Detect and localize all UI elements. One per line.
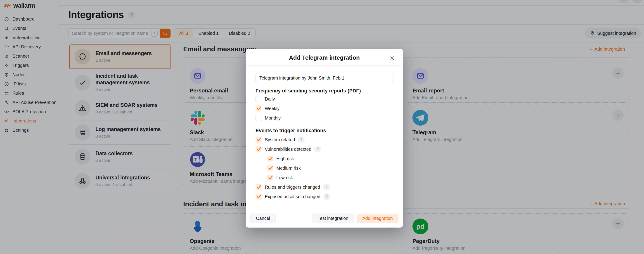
modal-body: Frequency of sending security reports (P… xyxy=(246,65,403,200)
checkbox-label: Medium risk xyxy=(276,166,301,171)
checkbox-exposed-asset-set-changed[interactable] xyxy=(256,194,262,200)
help-icon[interactable]: ? xyxy=(314,146,321,153)
event-option-vulnerabilities-detected: Vulnerabilities detected ? xyxy=(256,146,394,152)
close-icon[interactable] xyxy=(389,55,396,61)
help-icon[interactable]: ? xyxy=(298,136,304,143)
modal-title: Add Telegram integration xyxy=(246,49,403,61)
checkbox-daily[interactable] xyxy=(256,96,262,102)
cancel-button[interactable]: Cancel xyxy=(250,214,276,223)
checkbox-label: System related xyxy=(265,137,295,142)
modal-footer: Cancel Test integration Add integration xyxy=(246,209,403,228)
help-icon[interactable]: ? xyxy=(323,193,330,200)
frequency-heading: Frequency of sending security reports (P… xyxy=(256,88,394,94)
checkbox-label: Weekly xyxy=(265,106,280,111)
event-option-exposed-asset-set-changed: Exposed asset set changed ? xyxy=(256,194,394,200)
integration-name-input[interactable] xyxy=(256,73,394,83)
footer-actions: Test integration Add integration xyxy=(312,214,398,223)
modal-header: Add Telegram integration xyxy=(246,49,403,65)
checkbox-weekly[interactable] xyxy=(256,106,262,111)
checkbox-system-related[interactable] xyxy=(256,137,262,143)
checkbox-label: Vulnerabilities detected xyxy=(265,147,311,152)
event-option-low-risk: Low risk xyxy=(267,175,394,181)
integrations-page: wallarm Dashboard Events Vulnerabilities… xyxy=(0,0,644,254)
event-option-rules-and-triggers-changed: Rules and triggers changed ? xyxy=(256,184,394,190)
checkbox-label: Monthly xyxy=(265,115,280,121)
help-icon[interactable]: ? xyxy=(323,184,330,191)
event-option-system-related: System related ? xyxy=(256,137,394,143)
checkbox-label: Rules and triggers changed xyxy=(265,185,320,190)
checkbox-low-risk[interactable] xyxy=(267,175,273,181)
event-option-medium-risk: Medium risk xyxy=(267,165,394,171)
checkbox-label: Low risk xyxy=(276,175,293,180)
checkbox-monthly[interactable] xyxy=(256,115,262,121)
add-integration-button[interactable]: Add integration xyxy=(356,214,398,223)
checkbox-high-risk[interactable] xyxy=(267,156,273,162)
checkbox-vulnerabilities-detected[interactable] xyxy=(256,146,262,152)
add-telegram-integration-modal: Add Telegram integration Frequency of se… xyxy=(246,49,403,228)
checkbox-label: Exposed asset set changed xyxy=(265,194,320,199)
frequency-option-weekly: Weekly xyxy=(256,106,394,111)
events-heading: Events to trigger notifications xyxy=(256,128,394,134)
frequency-option-monthly: Monthly xyxy=(256,115,394,121)
checkbox-medium-risk[interactable] xyxy=(267,165,273,171)
test-integration-button[interactable]: Test integration xyxy=(312,214,354,223)
frequency-option-daily: Daily xyxy=(256,96,394,102)
checkbox-label: High risk xyxy=(276,156,294,161)
event-option-high-risk: High risk xyxy=(267,156,394,162)
checkbox-rules-triggers-changed[interactable] xyxy=(256,184,262,190)
checkbox-label: Daily xyxy=(265,96,275,102)
